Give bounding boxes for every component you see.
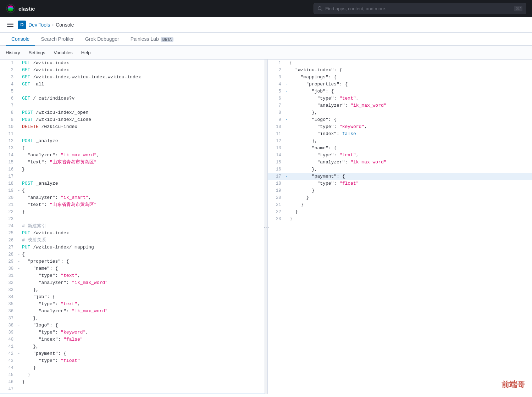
code-line: 28-{ [0,251,265,258]
fold-indicator[interactable]: - [18,265,21,272]
fold-indicator[interactable]: - [18,187,21,194]
nav-variables[interactable]: Variables [54,47,72,58]
response-content: }, [290,109,530,116]
nav-history[interactable]: History [6,47,20,58]
line-number: 34 [3,293,13,301]
code-content: "logo": { [22,322,262,329]
fold-indicator[interactable]: - [286,81,288,88]
line-number: 15 [3,159,13,166]
tab-search-profiler[interactable]: Search Profiler [35,33,79,46]
elastic-logo[interactable]: elastic [6,4,35,13]
fold-indicator[interactable]: - [286,60,288,67]
global-search[interactable]: ⌘/ [314,3,526,14]
code-line: 24# 新建索引 [0,223,265,230]
code-content: PUT /wzkicu-index/_mapping [22,244,262,251]
response-line: 19 } [268,187,532,194]
line-number: 41 [3,343,13,350]
code-content: } [22,364,262,371]
line-number: 8 [271,109,281,116]
line-number: 21 [271,201,281,208]
code-line: 29- "properties": { [0,258,265,265]
breadcrumb-dev-tools[interactable]: Dev Tools [28,22,50,28]
code-content: "text": "山东省青岛市黄岛区" [22,201,262,208]
fold-indicator[interactable]: - [286,74,288,81]
code-content: POST _analyze [22,180,262,187]
breadcrumb: D Dev Tools › Console [18,21,74,29]
line-number: 25 [3,230,13,237]
code-content: GET /_cat/indices?v [22,95,262,102]
line-number: 7 [3,102,13,109]
code-line: 22} [0,208,265,216]
fold-indicator[interactable]: - [286,88,288,95]
code-line: 4GET _all [0,81,265,88]
code-line: 7 [0,102,265,109]
line-number: 20 [271,194,281,201]
tab-console[interactable]: Console [6,33,35,46]
code-content: POST /wzkicu-index/_open [22,109,262,116]
code-line: 31 "type": "text", [0,272,265,279]
fold-indicator[interactable]: - [18,251,21,258]
code-line: 11 [0,130,265,138]
line-number: 44 [3,364,13,371]
fold-indicator[interactable]: - [286,173,288,180]
global-search-input[interactable] [325,6,511,11]
response-line: 14 "type": "text", [268,152,532,159]
line-number: 8 [3,109,13,116]
code-line: 3GET /wzkicu-index,wzkicu-index,wzkicu-i… [0,74,265,81]
run-button[interactable]: ▶ [97,393,100,394]
fold-indicator[interactable]: - [18,293,21,301]
secondary-nav: History Settings Variables Help [0,46,532,60]
line-number: 1 [271,60,281,67]
code-line: 33 }, [0,286,265,293]
code-line: 34- "job": { [0,293,265,301]
code-line: 6GET /_cat/indices?v [0,95,265,102]
response-line: 18 "type": "float" [268,180,532,187]
editor-panel[interactable]: 1PUT /wzkicu-index2GET /wzkicu-index3GET… [0,60,265,394]
svg-rect-6 [7,23,13,23]
line-number: 33 [3,286,13,293]
tab-painless-lab[interactable]: Painless LabBETA [125,33,179,46]
hamburger-button[interactable] [6,20,15,29]
code-line: 37 }, [0,315,265,322]
code-content: "analyzer": "ik_max_word", [22,152,262,159]
line-number: 37 [3,315,13,322]
fold-indicator[interactable]: - [286,67,288,74]
line-number: 16 [3,166,13,173]
response-content: "properties": { [290,81,530,88]
code-line: 18POST _analyze [0,180,265,187]
code-line: 25PUT /wzkicu-index [0,230,265,237]
fold-indicator[interactable]: - [286,116,288,123]
panel-divider[interactable]: ⋮ [265,60,268,394]
line-number: 14 [271,152,281,159]
nav-settings[interactable]: Settings [28,47,45,58]
code-content: GET /wzkicu-index/_mapping▶ [22,393,262,394]
tab-grok-debugger[interactable]: Grok Debugger [79,33,125,46]
response-content: }, [290,138,530,145]
line-number: 22 [3,208,13,216]
line-number: 5 [271,88,281,95]
line-number: 18 [271,180,281,187]
nav-help[interactable]: Help [81,47,91,58]
response-content: "mappings": { [290,74,530,81]
code-line: 14 "analyzer": "ik_max_word", [0,152,265,159]
code-line: 5 [0,88,265,95]
fold-indicator[interactable]: - [18,258,21,265]
fold-indicator[interactable]: - [18,350,21,357]
line-number: 10 [3,123,13,130]
line-number: 12 [3,138,13,145]
response-line: 9 - "logo": { [268,116,532,123]
line-number: 2 [3,67,13,74]
code-content: } [22,371,262,379]
svg-rect-7 [7,24,13,25]
response-line: 20 } [268,194,532,201]
fold-indicator[interactable]: - [18,322,21,329]
response-content: "type": "text", [290,95,530,102]
fold-indicator[interactable]: - [286,145,288,152]
line-number: 23 [271,216,281,223]
line-number: 11 [3,130,13,138]
line-number: 32 [3,279,13,286]
beta-badge: BETA [161,37,173,42]
response-line: 5 - "job": { [268,88,532,95]
fold-indicator[interactable]: - [18,145,21,152]
response-content: "type": "keyword", [290,123,530,130]
